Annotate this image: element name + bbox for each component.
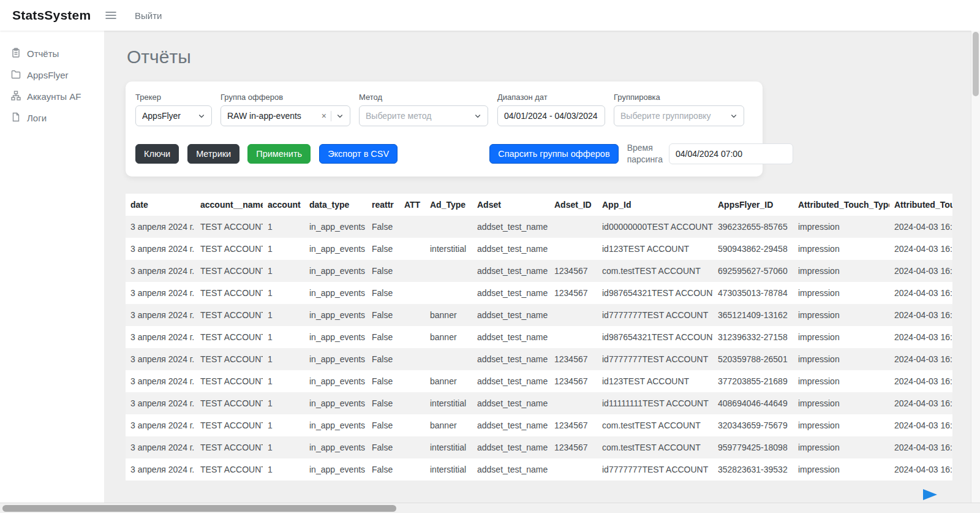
sidebar-item-label: Отчёты: [27, 48, 59, 59]
table-cell: addset_test_name: [472, 436, 549, 458]
method-select[interactable]: Выберите метод: [359, 105, 488, 126]
table-cell: id7777777TEST ACCOUNT: [597, 458, 713, 481]
table-cell: impression: [793, 436, 889, 458]
table-cell: addset_test_name: [472, 238, 549, 260]
column-header: Ad_Type: [425, 194, 472, 216]
table-cell: [399, 392, 425, 414]
table-cell: [399, 282, 425, 304]
tracker-select[interactable]: AppsFlyer: [135, 105, 212, 126]
table-cell: 1: [263, 326, 304, 348]
column-header: App_Id: [597, 194, 713, 216]
table-body: 3 апреля 2024 г.TEST ACCOUNT1in_app_even…: [126, 216, 952, 481]
table-cell: addset_test_name: [472, 304, 549, 326]
chevron-down-icon: [336, 112, 344, 120]
table-cell: [425, 282, 472, 304]
horizontal-scrollbar-track: [0, 503, 980, 513]
table-cell: addset_test_name: [472, 414, 549, 436]
table-cell: False: [367, 414, 399, 436]
table-cell: TEST ACCOUNT: [195, 304, 263, 326]
table-cell: False: [367, 282, 399, 304]
file-icon: [11, 112, 21, 124]
table-cell: addset_test_name: [472, 216, 549, 238]
table-cell: False: [367, 392, 399, 414]
table-cell: TEST ACCOUNT: [195, 216, 263, 238]
sidebar-item-logs[interactable]: Логи: [0, 107, 104, 129]
table-cell: in_app_events: [304, 326, 367, 348]
offer-group-select[interactable]: RAW in-app-events ×: [221, 105, 350, 126]
table-cell: 2024-04-03 16:0: [889, 392, 952, 414]
table-cell: in_app_events: [304, 304, 367, 326]
table-cell: interstitial: [425, 436, 472, 458]
table-cell: [549, 458, 597, 481]
parse-time-input[interactable]: [669, 143, 793, 164]
table-cell: TEST ACCOUNT: [195, 414, 263, 436]
table-cell: in_app_events: [304, 436, 367, 458]
table-cell: 1234567: [549, 282, 597, 304]
table-cell: [549, 304, 597, 326]
clear-icon[interactable]: ×: [322, 111, 326, 121]
table-cell: [399, 238, 425, 260]
folder-icon: [11, 69, 21, 81]
hamburger-menu-icon[interactable]: [105, 11, 116, 20]
keys-button[interactable]: Ключи: [135, 144, 179, 164]
date-range-input[interactable]: [497, 105, 605, 126]
table-cell: [425, 216, 472, 238]
table-cell: 320343659-75679: [713, 414, 793, 436]
table-cell: id123TEST ACCOUNT: [597, 370, 713, 392]
table-cell: 1: [263, 370, 304, 392]
table-cell: TEST ACCOUNT: [195, 370, 263, 392]
table-cell: 3 апреля 2024 г.: [126, 348, 195, 370]
table-cell: impression: [793, 348, 889, 370]
table-cell: addset_test_name: [472, 392, 549, 414]
table-cell: 1234567: [549, 436, 597, 458]
table-cell: impression: [793, 392, 889, 414]
table-cell: addset_test_name: [472, 348, 549, 370]
parse-offer-groups-button[interactable]: Спарсить группы офферов: [489, 144, 618, 164]
table-cell: in_app_events: [304, 260, 367, 282]
table-cell: [425, 260, 472, 282]
table-cell: 365121409-13162: [713, 304, 793, 326]
column-header: data_type: [304, 194, 367, 216]
column-header: ATT: [399, 194, 425, 216]
table-cell: id7777777TEST ACCOUNT: [597, 348, 713, 370]
table-cell: False: [367, 216, 399, 238]
table-cell: 1: [263, 458, 304, 481]
table-cell: 352823631-39532: [713, 458, 793, 481]
table-cell: com.testTEST ACCOUNT: [597, 260, 713, 282]
table-cell: 1: [263, 216, 304, 238]
table-cell: 473035013-78784: [713, 282, 793, 304]
table-cell: impression: [793, 370, 889, 392]
divider: [331, 111, 331, 121]
table-cell: [399, 326, 425, 348]
metrics-button[interactable]: Метрики: [187, 144, 239, 164]
grouping-select[interactable]: Выберите группировку: [614, 105, 744, 126]
table-cell: 312396332-27158: [713, 326, 793, 348]
horizontal-scrollbar-thumb[interactable]: [2, 505, 396, 512]
table-row: 3 апреля 2024 г.TEST ACCOUNT1in_app_even…: [126, 436, 952, 458]
table-cell: 2024-04-03 16:0: [889, 436, 952, 458]
table-cell: 959779425-18098: [713, 436, 793, 458]
column-header: date: [126, 194, 195, 216]
vertical-scrollbar-thumb[interactable]: [973, 32, 979, 96]
table-cell: 3 апреля 2024 г.: [126, 260, 195, 282]
logout-link[interactable]: Выйти: [135, 10, 162, 21]
offer-group-value: RAW in-app-events: [227, 111, 319, 121]
table-cell: [399, 370, 425, 392]
sidebar-item-appsflyer[interactable]: AppsFlyer: [0, 64, 104, 86]
apply-button[interactable]: Применить: [247, 144, 311, 164]
column-header: account: [263, 194, 304, 216]
table-cell: 1: [263, 414, 304, 436]
sidebar-item-label: Аккаунты AF: [27, 91, 81, 102]
column-header: Attributed_Touc: [889, 194, 952, 216]
sidebar-item-accounts[interactable]: Аккаунты AF: [0, 86, 104, 107]
table-cell: id7777777TEST ACCOUNT: [597, 304, 713, 326]
table-cell: TEST ACCOUNT: [195, 436, 263, 458]
table-cell: 692595627-57060: [713, 260, 793, 282]
table-cell: impression: [793, 260, 889, 282]
table-cell: 1: [263, 436, 304, 458]
table-cell: banner: [425, 370, 472, 392]
table-cell: 1234567: [549, 370, 597, 392]
sidebar-item-reports[interactable]: Отчёты: [0, 43, 104, 64]
table-cell: 3 апреля 2024 г.: [126, 414, 195, 436]
export-csv-button[interactable]: Экспорт в CSV: [319, 144, 398, 164]
